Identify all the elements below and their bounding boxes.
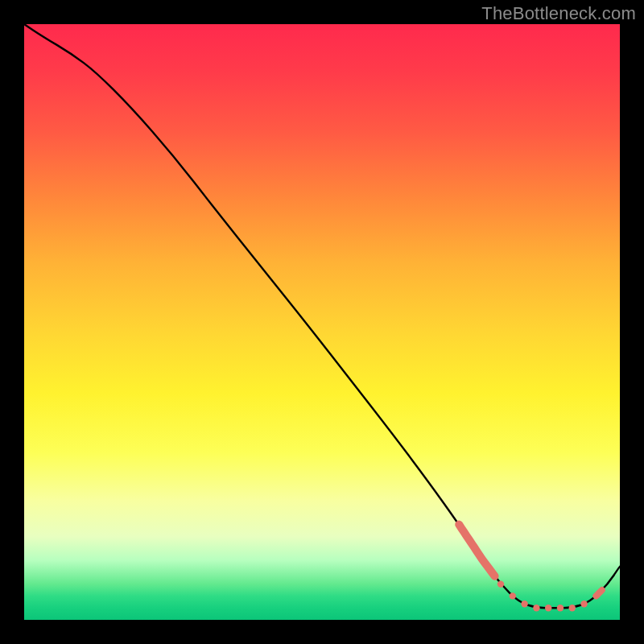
valley-marker-dot — [521, 601, 527, 607]
valley-marker-dot — [557, 605, 564, 611]
valley-marker-dot — [510, 592, 516, 599]
highlight-thick-segments — [459, 525, 602, 597]
valley-marker-dot — [569, 605, 576, 611]
valley-marker-dot — [580, 601, 587, 607]
highlight-segment — [459, 525, 494, 576]
bottleneck-curve — [24, 24, 620, 608]
watermark-text: TheBottleneck.com — [481, 3, 636, 24]
highlight-segment — [596, 590, 601, 596]
valley-marker-dot — [497, 580, 504, 587]
plot-area — [24, 24, 620, 620]
flat-marker-dots — [497, 580, 588, 611]
curve-svg — [24, 24, 620, 620]
valley-marker-dot — [545, 605, 551, 611]
chart-stage: TheBottleneck.com — [0, 0, 644, 644]
valley-marker-dot — [533, 605, 539, 611]
